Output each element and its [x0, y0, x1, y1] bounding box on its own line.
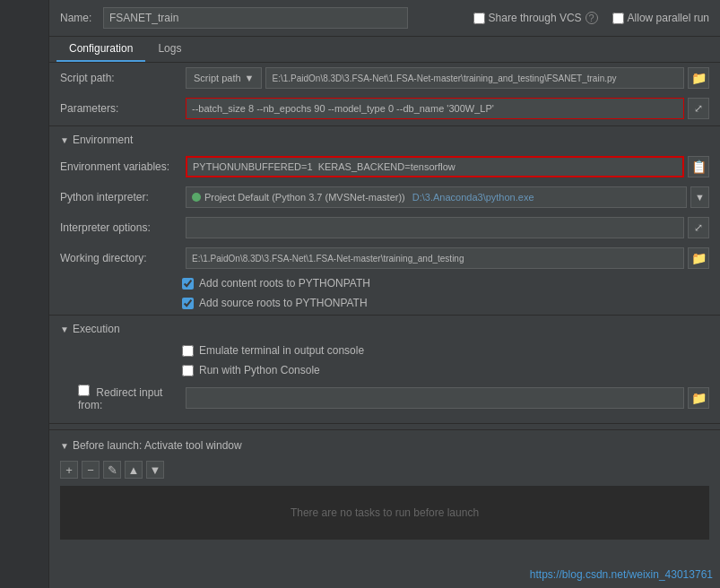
interpreter-options-row: Interpreter options: ⤢ [49, 212, 720, 243]
env-variables-browse-button[interactable]: 📋 [688, 156, 709, 177]
interpreter-name-text: Project Default (Python 3.7 (MVSNet-mast… [204, 192, 405, 203]
redirect-input-browse-button[interactable]: 📁 [688, 387, 709, 409]
expand2-icon: ⤢ [694, 221, 703, 234]
interpreter-status-icon [192, 193, 201, 202]
working-dir-input[interactable] [186, 247, 684, 269]
working-dir-folder-icon: 📁 [691, 251, 707, 265]
edit-icon: ✎ [108, 463, 117, 477]
tab-configuration[interactable]: Configuration [56, 37, 145, 62]
interpreter-label: Python interpreter: [60, 191, 186, 203]
working-dir-browse-button[interactable]: 📁 [688, 247, 709, 269]
add-source-roots-checkbox[interactable] [182, 298, 194, 309]
sidebar-strip [0, 0, 49, 588]
interpreter-field: Project Default (Python 3.7 (MVSNet-mast… [186, 186, 709, 208]
launch-remove-button[interactable]: − [82, 461, 100, 479]
redirect-input-row: Redirect input from: 📁 [49, 380, 720, 416]
redirect-input-input[interactable] [186, 387, 684, 409]
add-content-roots-label: Add content roots to PYTHONPATH [199, 277, 370, 290]
working-dir-label: Working directory: [60, 252, 186, 264]
parameters-label: Parameters: [60, 102, 186, 115]
share-vcs-checkbox[interactable] [473, 13, 485, 24]
divider-1 [49, 125, 720, 126]
execution-triangle-icon: ▼ [60, 324, 69, 334]
execution-section-header[interactable]: ▼ Execution [49, 317, 720, 341]
top-checkboxes: Share through VCS ? Allow parallel run [473, 12, 709, 24]
script-path-input[interactable] [265, 67, 684, 89]
run-python-console-checkbox[interactable] [182, 365, 194, 376]
parameters-row: Parameters: ⤢ [49, 93, 720, 124]
no-tasks-area: There are no tasks to run before launch [60, 486, 709, 540]
interpreter-options-input[interactable] [186, 217, 684, 238]
dropdown-arrow-icon: ▼ [245, 73, 255, 83]
script-path-row: Script path: Script path ▼ 📁 [49, 63, 720, 93]
allow-parallel-item: Allow parallel run [612, 12, 709, 24]
parameters-field: ⤢ [186, 98, 709, 119]
interpreter-options-field: ⤢ [186, 217, 709, 238]
main-panel: Name: Share through VCS ? Allow parallel… [49, 0, 720, 588]
environment-triangle-icon: ▼ [60, 135, 69, 145]
redirect-input-field: 📁 [186, 387, 709, 409]
emulate-terminal-checkbox[interactable] [182, 345, 194, 357]
redirect-input-checkbox[interactable] [78, 385, 90, 396]
launch-down-button[interactable]: ▼ [146, 461, 164, 479]
script-type-dropdown[interactable]: Script path ▼ [186, 67, 262, 89]
parameters-input[interactable] [186, 98, 684, 119]
launch-add-button[interactable]: + [60, 461, 78, 479]
working-dir-row: Working directory: 📁 [49, 243, 720, 273]
interpreter-display: Project Default (Python 3.7 (MVSNet-mast… [186, 186, 687, 208]
environment-header-text: Environment [73, 134, 133, 146]
allow-parallel-label: Allow parallel run [628, 12, 709, 24]
emulate-terminal-row: Emulate terminal in output console [49, 341, 720, 360]
parameters-expand-button[interactable]: ⤢ [688, 98, 709, 119]
environment-section-header[interactable]: ▼ Environment [49, 128, 720, 151]
env-browse-icon: 📋 [691, 160, 707, 174]
script-path-browse-button[interactable]: 📁 [688, 67, 709, 89]
no-tasks-text: There are no tasks to run before launch [291, 506, 479, 519]
execution-header-text: Execution [73, 323, 120, 335]
env-variables-row: Environment variables: 📋 [49, 151, 720, 182]
emulate-terminal-label: Emulate terminal in output console [199, 344, 364, 357]
run-python-console-label: Run with Python Console [199, 364, 320, 376]
share-vcs-item: Share through VCS ? [473, 12, 598, 24]
env-var-field: 📋 [186, 156, 709, 177]
help-icon[interactable]: ? [586, 12, 598, 24]
remove-icon: − [87, 463, 94, 477]
script-type-label: Script path [194, 73, 241, 83]
share-vcs-label: Share through VCS [489, 12, 582, 24]
up-icon: ▲ [128, 463, 140, 477]
working-dir-field: 📁 [186, 247, 709, 269]
tabs: Configuration Logs [49, 37, 720, 63]
redirect-folder-icon: 📁 [691, 391, 707, 405]
add-icon: + [65, 463, 73, 477]
allow-parallel-checkbox[interactable] [612, 13, 624, 24]
launch-up-button[interactable]: ▲ [125, 461, 143, 479]
expand-icon: ⤢ [694, 102, 703, 115]
interpreter-options-expand-button[interactable]: ⤢ [688, 217, 709, 238]
interpreter-row: Python interpreter: Project Default (Pyt… [49, 182, 720, 212]
name-input[interactable] [103, 7, 408, 29]
tab-logs[interactable]: Logs [145, 37, 194, 62]
down-icon: ▼ [150, 463, 161, 477]
before-launch-triangle-icon: ▼ [60, 441, 69, 451]
watermark: https://blog.csdn.net/weixin_43013761 [530, 568, 713, 581]
interpreter-options-label: Interpreter options: [60, 221, 186, 234]
env-variables-input[interactable] [186, 156, 684, 177]
add-source-roots-label: Add source roots to PYTHONPATH [199, 297, 368, 309]
launch-edit-button[interactable]: ✎ [103, 461, 121, 479]
interpreter-path-text: D:\3.Anaconda3\python.exe [412, 192, 534, 203]
script-path-field: Script path ▼ 📁 [186, 67, 709, 89]
launch-toolbar: + − ✎ ▲ ▼ [49, 457, 720, 482]
script-path-label: Script path: [60, 72, 186, 84]
add-source-roots-row: Add source roots to PYTHONPATH [49, 293, 720, 313]
before-launch-header[interactable]: ▼ Before launch: Activate tool window [49, 434, 720, 457]
divider-2 [49, 315, 720, 316]
interpreter-dropdown-button[interactable]: ▼ [690, 186, 709, 208]
before-launch-section: ▼ Before launch: Activate tool window + … [49, 429, 720, 540]
add-content-roots-checkbox[interactable] [182, 278, 194, 290]
divider-3 [49, 423, 720, 424]
before-launch-header-text: Before launch: Activate tool window [73, 439, 242, 452]
folder-icon: 📁 [691, 71, 707, 85]
run-python-console-row: Run with Python Console [49, 360, 720, 380]
name-label: Name: [60, 12, 96, 24]
redirect-input-label: Redirect input from: [60, 385, 186, 411]
